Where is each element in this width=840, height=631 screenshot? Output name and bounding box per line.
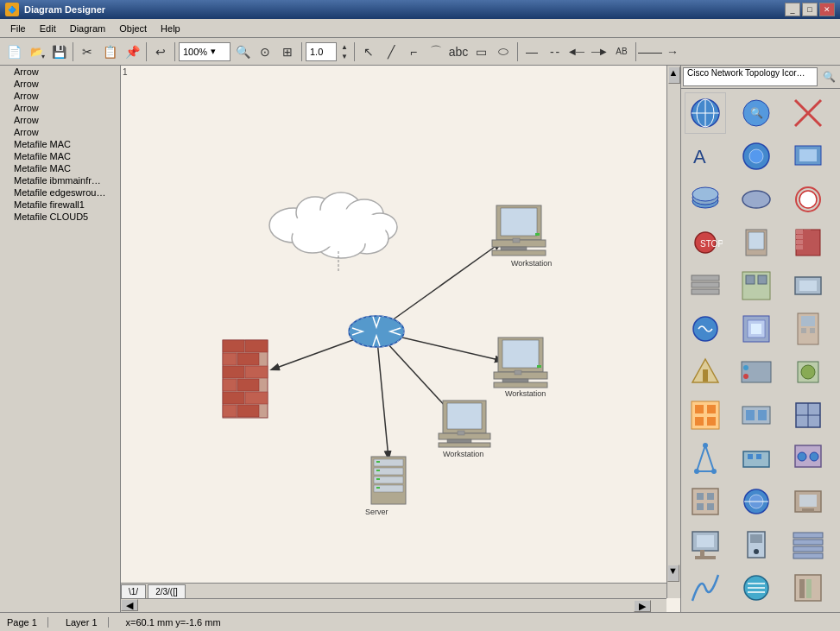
icon-set-dropdown[interactable]: Cisco Network Topology Icor… xyxy=(683,67,818,86)
network-icon-27[interactable] xyxy=(787,438,829,479)
network-icon-12[interactable] xyxy=(787,222,829,263)
curve-tool[interactable]: ⌒ xyxy=(426,41,446,62)
network-icon-8[interactable] xyxy=(736,179,777,220)
network-icon-6[interactable] xyxy=(787,136,829,177)
text-tool[interactable]: abc xyxy=(448,41,469,62)
cut-button[interactable]: ✂ xyxy=(77,41,98,62)
spin-up-button[interactable]: ▲ xyxy=(338,42,351,51)
sidebar-item-12[interactable]: Metafile CLOUD5 xyxy=(0,211,120,223)
network-icon-25[interactable] xyxy=(685,438,726,479)
network-icon-29[interactable] xyxy=(736,481,777,522)
network-icon-35[interactable] xyxy=(736,567,777,609)
network-icon-16[interactable] xyxy=(685,308,726,350)
canvas-tab-1[interactable]: \1/ xyxy=(121,584,146,598)
sidebar-item-4[interactable]: Arrow xyxy=(0,114,120,126)
network-icon-38[interactable] xyxy=(736,610,777,612)
save-button[interactable]: 💾 xyxy=(48,41,69,62)
sidebar-item-2[interactable]: Arrow xyxy=(0,90,120,102)
new-button[interactable]: 📄 xyxy=(3,41,24,62)
long-dash-tool[interactable]: —— xyxy=(640,41,660,62)
menu-file[interactable]: File xyxy=(3,22,33,35)
sidebar-item-11[interactable]: Metafile firewall1 xyxy=(0,199,120,211)
undo-button[interactable]: ↩ xyxy=(150,41,171,62)
icon-set-button[interactable]: 🔍 xyxy=(819,67,838,86)
network-icon-11[interactable] xyxy=(736,222,777,263)
maximize-button[interactable]: □ xyxy=(802,3,818,16)
svg-rect-55 xyxy=(374,476,403,483)
network-icon-13[interactable] xyxy=(685,265,726,306)
copy-button[interactable]: 📋 xyxy=(99,41,120,62)
menu-diagram[interactable]: Diagram xyxy=(63,22,113,35)
sidebar-item-0[interactable]: Arrow xyxy=(0,66,120,78)
open-button[interactable]: 📂▾ xyxy=(26,41,47,62)
line-end3-tool[interactable]: AB xyxy=(611,41,632,62)
network-icon-30[interactable] xyxy=(787,481,829,522)
network-icon-9[interactable] xyxy=(787,179,829,220)
network-icon-7[interactable] xyxy=(685,179,726,220)
network-icon-19[interactable] xyxy=(685,351,726,393)
sidebar-item-7[interactable]: Metafile MAC xyxy=(0,150,120,162)
sidebar-item-8[interactable]: Metafile MAC xyxy=(0,162,120,174)
canvas-scrollbar-vertical[interactable]: ▲ ▼ xyxy=(666,66,680,598)
network-icon-10[interactable]: STOP xyxy=(685,222,726,263)
grid-button[interactable]: ⊞ xyxy=(277,41,298,62)
spin-down-button[interactable]: ▼ xyxy=(338,52,351,60)
close-button[interactable]: ✕ xyxy=(819,3,835,16)
sidebar-item-10[interactable]: Metafile edgeswrou… xyxy=(0,186,120,199)
network-icon-15[interactable] xyxy=(787,265,829,306)
line-tool[interactable]: ╱ xyxy=(381,41,401,62)
menu-help[interactable]: Help xyxy=(154,22,187,35)
ellipse-tool[interactable]: ⬭ xyxy=(493,41,514,62)
sidebar-item-5[interactable]: Arrow xyxy=(0,126,120,138)
line-dash-tool[interactable]: - - xyxy=(544,41,565,62)
line-end1-tool[interactable]: ◀— xyxy=(566,41,587,62)
svg-rect-42 xyxy=(515,370,521,375)
network-icon-22[interactable] xyxy=(685,394,726,436)
network-icon-39[interactable] xyxy=(787,610,829,612)
line-solid-tool[interactable]: — xyxy=(521,41,542,62)
network-icon-23[interactable] xyxy=(736,394,777,436)
sidebar-item-6[interactable]: Metafile MAC xyxy=(0,138,120,150)
line-width-input[interactable] xyxy=(306,42,337,61)
network-icon-24[interactable] xyxy=(787,394,829,436)
network-icon-4[interactable]: A xyxy=(685,136,726,177)
network-icon-26[interactable] xyxy=(736,438,777,479)
network-icon-36[interactable] xyxy=(787,567,829,609)
line-end2-tool[interactable]: —▶ xyxy=(589,41,609,62)
network-icon-32[interactable] xyxy=(736,524,777,565)
menu-object[interactable]: Object xyxy=(112,22,154,35)
network-icon-37[interactable] xyxy=(685,610,726,612)
window-controls[interactable]: _ □ ✕ xyxy=(785,3,835,16)
pointer-tool[interactable]: ↖ xyxy=(358,41,379,62)
menu-edit[interactable]: Edit xyxy=(33,22,63,35)
network-icon-21[interactable] xyxy=(787,351,829,393)
zoom-out-button[interactable]: 🔍 xyxy=(232,41,253,62)
network-icon-17[interactable] xyxy=(736,308,777,350)
sidebar-item-9[interactable]: Metafile ibmmainfr… xyxy=(0,174,120,186)
canvas-tab-2[interactable]: 2/3/([] xyxy=(148,584,186,598)
arrow-right-tool[interactable]: → xyxy=(662,41,683,62)
canvas-area[interactable]: Workstation Workstation Workstation xyxy=(121,66,680,612)
network-icon-28[interactable] xyxy=(685,481,726,522)
network-icon-31[interactable] xyxy=(685,524,726,565)
elbow-tool[interactable]: ⌐ xyxy=(403,41,424,62)
zoom-actual-button[interactable]: ⊙ xyxy=(255,41,275,62)
network-icon-3[interactable] xyxy=(787,92,829,134)
zoom-dropdown[interactable]: 100% ▾ xyxy=(179,42,231,61)
sidebar-item-3[interactable]: Arrow xyxy=(0,102,120,114)
minimize-button[interactable]: _ xyxy=(785,3,800,16)
network-icon-18[interactable] xyxy=(787,308,829,350)
network-icon-14[interactable] xyxy=(736,265,777,306)
paste-button[interactable]: 📌 xyxy=(122,41,142,62)
network-icon-34[interactable] xyxy=(685,567,726,609)
network-icon-router[interactable] xyxy=(685,92,726,134)
network-icon-33[interactable] xyxy=(787,524,829,565)
zoom-dropdown-arrow: ▾ xyxy=(211,46,216,57)
rect-tool[interactable]: ▭ xyxy=(471,41,491,62)
sidebar-item-1[interactable]: Arrow xyxy=(0,78,120,90)
network-icon-2[interactable]: 🔍 xyxy=(736,92,777,134)
network-icon-5[interactable] xyxy=(736,136,777,177)
canvas-scrollbar-horizontal[interactable]: ◀ ▶ xyxy=(121,598,666,612)
svg-rect-122 xyxy=(695,417,704,426)
network-icon-20[interactable] xyxy=(736,351,777,393)
